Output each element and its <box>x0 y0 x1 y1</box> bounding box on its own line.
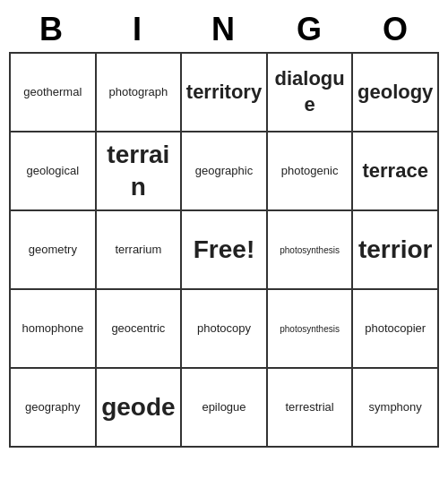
cell-text: epilogue <box>202 400 246 415</box>
cell-text: homophone <box>22 321 83 337</box>
header-letter: O <box>353 7 439 52</box>
cell-r1-c1: terrain <box>97 132 183 211</box>
cell-r4-c3: terrestrial <box>268 369 354 448</box>
cell-r0-c1: photograph <box>97 54 183 132</box>
cell-r0-c2: territory <box>182 54 268 132</box>
cell-text: geographic <box>195 164 253 179</box>
cell-text: geometry <box>29 243 77 258</box>
cell-text: territory <box>186 80 262 106</box>
cell-text: geocentric <box>111 321 165 337</box>
header-letter: B <box>9 7 95 52</box>
cell-text: terrain <box>100 139 177 204</box>
cell-text: terrace <box>362 158 427 184</box>
cell-text: photogenic <box>281 164 339 179</box>
header-letter: N <box>181 7 267 52</box>
cell-text: Free! <box>194 234 254 266</box>
cell-r2-c0: geometry <box>11 211 97 290</box>
cell-r2-c2: Free! <box>182 211 268 290</box>
cell-text: geology <box>358 80 433 106</box>
cell-text: symphony <box>369 400 422 415</box>
cell-text: photograph <box>109 85 168 100</box>
cell-r1-c0: geological <box>11 132 97 211</box>
cell-r3-c1: geocentric <box>97 290 183 369</box>
cell-text: photosynthesis <box>280 323 340 335</box>
cell-r4-c2: epilogue <box>182 369 268 448</box>
header-letter: G <box>267 7 353 52</box>
cell-r2-c1: terrarium <box>97 211 183 290</box>
cell-r0-c4: geology <box>353 54 439 132</box>
cell-text: terrarium <box>115 243 161 258</box>
cell-r2-c3: photosynthesis <box>268 211 354 290</box>
cell-r0-c0: geothermal <box>11 54 97 132</box>
cell-text: terrior <box>358 234 432 266</box>
cell-r1-c4: terrace <box>353 132 439 211</box>
cell-r1-c2: geographic <box>182 132 268 211</box>
cell-r3-c4: photocopier <box>353 290 439 369</box>
header-letter: I <box>95 7 181 52</box>
cell-r4-c4: symphony <box>353 369 439 448</box>
cell-r3-c0: homophone <box>11 290 97 369</box>
bingo-grid: geothermalphotographterritorydialoguegeo… <box>9 52 439 448</box>
cell-text: photocopy <box>197 321 251 337</box>
cell-text: geothermal <box>23 85 82 100</box>
cell-text: geological <box>27 164 80 179</box>
bingo-card: BINGO geothermalphotographterritorydialo… <box>9 7 439 448</box>
cell-text: photocopier <box>365 321 426 337</box>
cell-text: dialogue <box>271 66 349 117</box>
cell-r4-c0: geography <box>11 369 97 448</box>
cell-text: geode <box>101 391 175 423</box>
cell-r3-c3: photosynthesis <box>268 290 354 369</box>
cell-r0-c3: dialogue <box>268 54 354 132</box>
cell-text: geography <box>25 400 80 415</box>
header-row: BINGO <box>9 7 439 52</box>
cell-text: photosynthesis <box>280 244 340 256</box>
cell-r1-c3: photogenic <box>268 132 354 211</box>
cell-r4-c1: geode <box>97 369 183 448</box>
cell-r3-c2: photocopy <box>182 290 268 369</box>
cell-r2-c4: terrior <box>353 211 439 290</box>
cell-text: terrestrial <box>286 400 334 415</box>
